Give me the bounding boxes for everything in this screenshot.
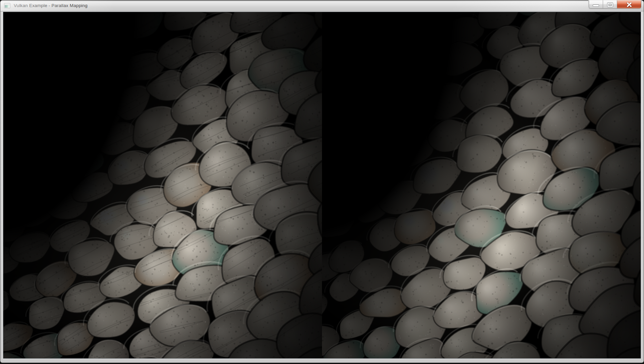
close-icon (626, 1, 633, 8)
maximize-icon (607, 2, 613, 7)
render-panel-left[interactable] (3, 12, 322, 358)
render-viewport (3, 12, 641, 359)
app-icon[interactable] (4, 3, 10, 8)
close-button[interactable] (617, 0, 641, 8)
window-controls (589, 0, 641, 9)
maximize-button[interactable] (603, 0, 617, 8)
app-window: Vulkan Example - Parallax Mapping (0, 0, 644, 363)
minimize-button[interactable] (589, 0, 603, 8)
titlebar[interactable]: Vulkan Example - Parallax Mapping (0, 0, 644, 11)
render-panel-right[interactable] (322, 12, 641, 358)
window-title: Vulkan Example - Parallax Mapping (14, 3, 88, 8)
minimize-icon (593, 4, 599, 7)
